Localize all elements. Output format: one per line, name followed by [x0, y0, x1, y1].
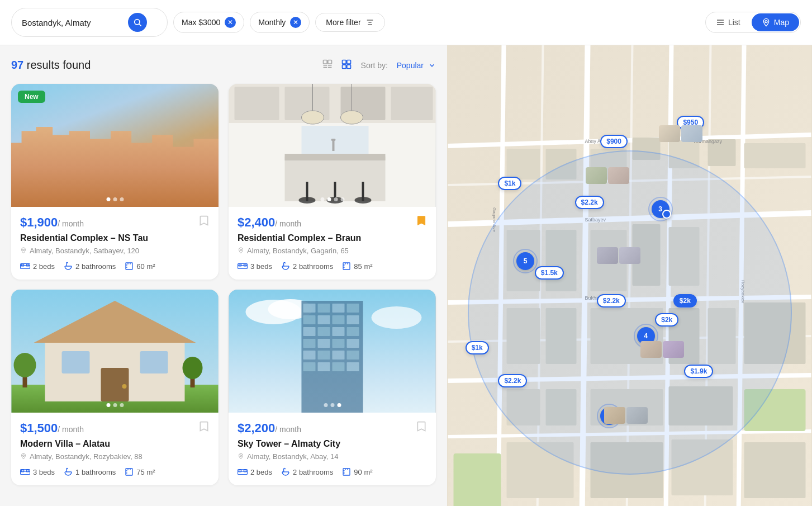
svg-rect-10: [327, 60, 331, 64]
map-pin-1-5k[interactable]: $1.5k: [535, 266, 564, 280]
card-feature-baths: 2 bathrooms: [281, 467, 333, 476]
more-filter-button[interactable]: More filter: [315, 13, 384, 32]
card-price-1: $1,900/ month: [20, 215, 84, 230]
svg-point-62: [183, 357, 203, 379]
search-button[interactable]: [128, 13, 147, 32]
sort-label: Sort by:: [361, 61, 388, 70]
card-body-4: $2,200/ month Sky Tower – Almaty City: [229, 413, 436, 485]
card-features-3: 3 beds 1 bathrooms: [20, 467, 210, 476]
card-image-2: [229, 84, 436, 207]
map-thumbnails-4[interactable]: [640, 341, 684, 358]
dot: [120, 403, 124, 407]
map-pin-2k[interactable]: $2k: [655, 313, 678, 327]
card-feature-area: 90 m²: [342, 467, 372, 476]
map-pin-2-2k-top[interactable]: $2.2k: [575, 196, 604, 209]
map-pin-2-2k-mid[interactable]: $2.2k: [597, 294, 626, 308]
svg-line-1: [139, 24, 141, 26]
svg-rect-102: [343, 469, 350, 475]
svg-rect-139: [669, 386, 733, 425]
map-pin-1-9k[interactable]: $1.9k: [684, 365, 713, 378]
map-view-button[interactable]: Map: [752, 13, 799, 31]
map-pin-2-2k-bot[interactable]: $2.2k: [498, 374, 527, 387]
svg-point-0: [135, 20, 140, 25]
svg-point-71: [372, 306, 422, 329]
map-thumbnails-3[interactable]: [597, 247, 640, 264]
bookmark-button-2[interactable]: [416, 215, 427, 230]
dot: [324, 403, 327, 407]
property-card[interactable]: $1,500/ month Modern Villa – Alatau: [11, 290, 219, 485]
svg-rect-17: [342, 65, 346, 69]
dot: [320, 197, 324, 201]
card-features-4: 2 beds 2 bathrooms: [238, 467, 427, 476]
card-body-3: $1,500/ month Modern Villa – Alatau: [11, 413, 219, 485]
monthly-filter[interactable]: Monthly ✕: [250, 12, 310, 33]
monthly-clear[interactable]: ✕: [290, 17, 301, 28]
left-panel: 97 results found: [0, 45, 447, 506]
map-panel[interactable]: Abay Ave Satbayev Bukhar Zhyrau Kurmanga…: [447, 45, 812, 506]
svg-rect-97: [302, 301, 363, 413]
svg-rect-67: [126, 469, 132, 475]
card-feature-area: 75 m²: [125, 467, 155, 476]
card-feature-beds: 3 beds: [20, 468, 55, 476]
svg-rect-26: [235, 87, 279, 120]
bookmark-button-1[interactable]: [198, 215, 210, 230]
svg-rect-126: [546, 230, 577, 291]
card-dots-4: [324, 403, 341, 407]
svg-rect-142: [672, 439, 733, 495]
card-body-1: $1,900/ month Residential Complex – NS T…: [11, 207, 219, 280]
dot: [113, 403, 117, 407]
svg-rect-18: [346, 65, 350, 69]
card-location-3: Almaty, Bostandyk, Rozybakiev, 88: [20, 452, 210, 461]
svg-point-45: [240, 249, 242, 250]
card-dots-1: [106, 197, 124, 201]
main-layout: 97 results found: [0, 45, 812, 506]
max-price-filter[interactable]: Max $3000 ✕: [173, 12, 244, 33]
card-feature-area: 85 m²: [342, 262, 372, 271]
bookmark-button-4[interactable]: [416, 420, 427, 436]
map-pin-900[interactable]: $900: [600, 135, 628, 148]
bookmark-button-3[interactable]: [198, 420, 210, 436]
svg-rect-49: [343, 263, 350, 269]
map-cluster-5[interactable]: 5: [516, 252, 534, 270]
results-header: 97 results found: [11, 56, 436, 74]
card-price-2: $2,400/ month: [238, 215, 301, 230]
property-card[interactable]: $2,200/ month Sky Tower – Almaty City: [229, 290, 436, 485]
svg-point-8: [765, 21, 767, 23]
map-thumbnails-2[interactable]: [586, 167, 629, 184]
map-thumbnails-5[interactable]: [604, 407, 648, 424]
card-price-row-4: $2,200/ month: [238, 420, 427, 436]
card-title-2: Residential Complex – Braun: [238, 233, 427, 243]
map-view-label: Map: [774, 18, 789, 27]
property-card[interactable]: New $1,900/ month: [11, 84, 219, 280]
card-features-1: 2 beds 2 bathrooms: [20, 262, 210, 271]
card-feature-baths: 2 bathrooms: [281, 262, 333, 271]
max-price-clear[interactable]: ✕: [225, 17, 236, 28]
map-pin-1k-bot[interactable]: $1k: [466, 341, 489, 354]
map-svg: Abay Ave Satbayev Bukhar Zhyrau Kurmanga…: [447, 45, 812, 506]
svg-text:Satbayev: Satbayev: [585, 217, 606, 223]
dot: [106, 197, 110, 201]
card-body-2: $2,400/ month Residential Complex – Brau…: [229, 207, 436, 280]
svg-rect-15: [342, 60, 346, 64]
map-pin-2k-active[interactable]: $2k: [673, 294, 697, 308]
svg-rect-9: [323, 60, 327, 64]
list-view-button[interactable]: List: [706, 13, 751, 31]
dot: [106, 403, 110, 407]
map-thumbnails-1[interactable]: [659, 125, 702, 142]
grid-layout-icon[interactable]: [339, 56, 354, 74]
map-pin-1k-top[interactable]: $1k: [498, 177, 521, 190]
svg-text:Gagarin Ave: Gagarin Ave: [492, 207, 497, 232]
svg-rect-56: [140, 351, 168, 373]
sort-button[interactable]: Sort by: Popular: [361, 61, 436, 70]
card-dots-2: [320, 197, 344, 201]
card-location-4: Almaty, Bostandyk, Abay, 14: [238, 452, 427, 461]
list-layout-icon[interactable]: [320, 56, 335, 74]
property-card[interactable]: $2,400/ month Residential Complex – Brau…: [229, 84, 436, 280]
svg-rect-129: [669, 227, 700, 286]
monthly-label: Monthly: [258, 18, 286, 27]
search-input[interactable]: [22, 18, 122, 27]
svg-rect-141: [591, 442, 663, 498]
card-features-2: 3 beds 2 bathrooms: [238, 262, 427, 271]
view-toggle: List Map: [705, 12, 801, 33]
svg-rect-137: [546, 389, 577, 425]
